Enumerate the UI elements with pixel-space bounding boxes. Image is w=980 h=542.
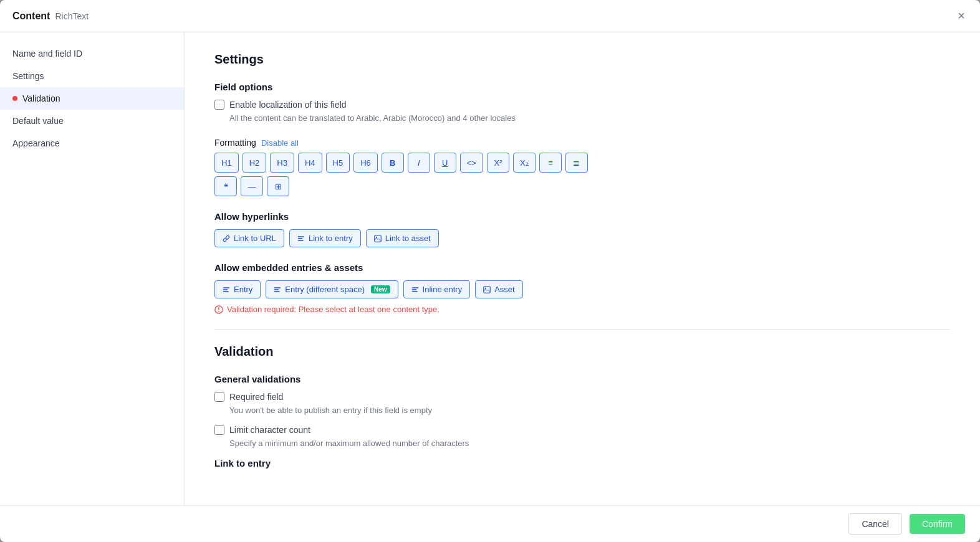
close-icon: × xyxy=(958,9,965,23)
svg-point-4 xyxy=(375,236,377,237)
sidebar-item-label: Default value xyxy=(12,116,64,126)
embedded-asset-icon xyxy=(483,286,491,293)
format-table-button[interactable]: ⊞ xyxy=(267,176,289,196)
format-h4-button[interactable]: H4 xyxy=(298,153,322,173)
embedded-entry-label: Entry xyxy=(234,285,252,294)
format-quote-button[interactable]: ❝ xyxy=(214,176,237,196)
link-to-asset-button[interactable]: Link to asset xyxy=(366,229,439,247)
svg-rect-11 xyxy=(411,287,418,288)
link-to-entry-title: Link to entry xyxy=(214,458,950,468)
settings-title: Settings xyxy=(214,52,950,67)
format-buttons-row2: ❝ — ⊞ xyxy=(214,176,950,196)
format-superscript-button[interactable]: X² xyxy=(487,153,509,173)
modal-title: Content RichText xyxy=(12,11,89,22)
format-code-button[interactable]: <> xyxy=(460,153,483,173)
modal-footer: Cancel Confirm xyxy=(0,505,980,542)
modal-header: Content RichText × xyxy=(0,0,980,32)
format-h3-button[interactable]: H3 xyxy=(270,153,294,173)
embedded-entry-button[interactable]: Entry xyxy=(214,280,261,298)
embedded-entry-different-space-label: Entry (different space) xyxy=(285,285,365,294)
embedded-entry-different-space-button[interactable]: Entry (different space) New xyxy=(266,280,398,298)
modal: Content RichText × Name and field ID Set… xyxy=(0,0,980,542)
sidebar-item-label: Validation xyxy=(22,93,60,103)
format-hr-button[interactable]: — xyxy=(241,176,263,196)
validation-section: Validation General validations Required … xyxy=(214,345,950,468)
sidebar-item-name-and-field-id[interactable]: Name and field ID xyxy=(0,42,184,65)
field-options-section: Field options Enable localization of thi… xyxy=(214,82,950,123)
sidebar-item-appearance[interactable]: Appearance xyxy=(0,132,184,155)
format-h2-button[interactable]: H2 xyxy=(243,153,267,173)
localization-hint: All the content can be translated to Ara… xyxy=(229,113,950,123)
svg-rect-0 xyxy=(298,236,305,237)
cancel-button[interactable]: Cancel xyxy=(848,513,902,535)
formatting-section: Formatting Disable all H1 H2 H3 H4 H5 H6… xyxy=(214,138,950,196)
svg-rect-3 xyxy=(375,235,382,242)
close-button[interactable]: × xyxy=(955,6,968,26)
allow-hyperlinks-title: Allow hyperlinks xyxy=(214,211,950,222)
error-icon xyxy=(214,305,223,314)
embedded-asset-button[interactable]: Asset xyxy=(475,280,523,298)
formatting-label: Formatting xyxy=(214,138,256,148)
embedded-entry-diff-icon xyxy=(274,286,281,293)
localization-checkbox[interactable] xyxy=(214,100,224,110)
validation-title: Validation xyxy=(214,345,950,359)
inline-entry-label: Inline entry xyxy=(423,285,463,294)
required-field-hint: You won't be able to publish an entry if… xyxy=(229,406,950,415)
disable-all-link[interactable]: Disable all xyxy=(261,138,299,148)
svg-rect-5 xyxy=(223,287,230,288)
hyperlinks-buttons: Link to URL Link to entry Link to asset xyxy=(214,229,950,247)
svg-rect-9 xyxy=(274,289,279,290)
limit-character-hint: Specify a minimum and/or maximum allowed… xyxy=(229,439,950,448)
link-to-entry-button[interactable]: Link to entry xyxy=(289,229,361,247)
link-to-asset-label: Link to asset xyxy=(385,234,431,243)
sidebar-item-settings[interactable]: Settings xyxy=(0,65,184,87)
allow-embedded-title: Allow embedded entries & assets xyxy=(214,262,950,273)
format-unordered-list-button[interactable]: ≡ xyxy=(539,153,562,173)
field-options-title: Field options xyxy=(214,82,950,92)
required-field-checkbox[interactable] xyxy=(214,392,224,402)
format-bold-button[interactable]: B xyxy=(382,153,404,173)
svg-rect-7 xyxy=(223,291,229,292)
sidebar: Name and field ID Settings Validation De… xyxy=(0,32,185,505)
confirm-button[interactable]: Confirm xyxy=(910,514,965,534)
sidebar-item-label: Appearance xyxy=(12,138,60,148)
validation-error: Validation required: Please select at le… xyxy=(214,305,950,314)
embedded-buttons: Entry Entry (different space) New Inline… xyxy=(214,280,950,298)
svg-point-15 xyxy=(485,287,486,288)
link-to-url-label: Link to URL xyxy=(234,234,276,243)
embedded-asset-label: Asset xyxy=(494,285,515,294)
modal-subtitle: RichText xyxy=(55,11,89,21)
svg-rect-8 xyxy=(274,287,281,288)
svg-rect-6 xyxy=(223,289,228,290)
svg-rect-2 xyxy=(298,240,304,241)
sidebar-item-default-value[interactable]: Default value xyxy=(0,110,184,132)
main-content: Settings Field options Enable localizati… xyxy=(185,32,980,505)
error-dot-icon xyxy=(12,96,17,101)
format-buttons-row1: H1 H2 H3 H4 H5 H6 B I U <> X² X₂ ≡ ≣ xyxy=(214,153,950,173)
link-to-entry-label: Link to entry xyxy=(309,234,353,243)
svg-rect-14 xyxy=(484,286,491,293)
format-h1-button[interactable]: H1 xyxy=(214,153,239,173)
inline-entry-button[interactable]: Inline entry xyxy=(403,280,471,298)
localization-row: Enable localization of this field xyxy=(214,100,950,110)
asset-link-icon xyxy=(374,235,382,242)
section-divider xyxy=(214,329,950,330)
format-ordered-list-button[interactable]: ≣ xyxy=(565,153,588,173)
limit-character-row: Limit character count xyxy=(214,425,950,435)
limit-character-label[interactable]: Limit character count xyxy=(229,425,310,435)
format-h5-button[interactable]: H5 xyxy=(326,153,350,173)
required-field-label[interactable]: Required field xyxy=(229,392,283,402)
sidebar-item-validation[interactable]: Validation xyxy=(0,87,184,110)
format-h6-button[interactable]: H6 xyxy=(353,153,378,173)
sidebar-item-label: Name and field ID xyxy=(12,49,82,59)
link-to-url-button[interactable]: Link to URL xyxy=(214,229,284,247)
limit-character-checkbox[interactable] xyxy=(214,425,224,435)
format-subscript-button[interactable]: X₂ xyxy=(513,153,536,173)
format-underline-button[interactable]: U xyxy=(434,153,456,173)
localization-label[interactable]: Enable localization of this field xyxy=(229,100,347,110)
svg-rect-1 xyxy=(298,238,303,239)
format-italic-button[interactable]: I xyxy=(408,153,430,173)
new-badge: New xyxy=(371,285,390,293)
svg-rect-10 xyxy=(274,291,280,292)
modal-title-text: Content xyxy=(12,11,50,22)
